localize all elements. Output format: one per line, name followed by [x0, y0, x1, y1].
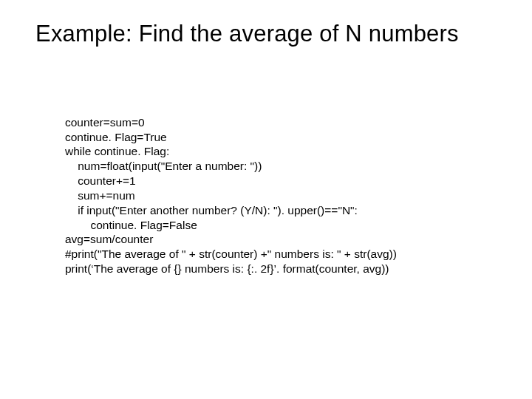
code-line: avg=sum/counter [65, 233, 153, 245]
code-line: #print("The average of " + str(counter) … [65, 248, 397, 260]
code-line: continue. Flag=True [65, 131, 167, 143]
code-line: counter+=1 [65, 174, 136, 187]
code-line: print(‘The average of {} numbers is: {:.… [65, 262, 389, 275]
code-line: counter=sum=0 [65, 116, 145, 129]
code-line: continue. Flag=False [65, 219, 197, 231]
code-line: while continue. Flag: [65, 145, 169, 157]
code-line: if input("Enter another number? (Y/N): "… [65, 204, 358, 216]
slide: Example: Find the average of N numbers c… [0, 0, 532, 399]
code-block: counter=sum=0 continue. Flag=True while … [65, 100, 397, 291]
slide-title: Example: Find the average of N numbers [35, 21, 502, 47]
code-line: num=float(input("Enter a number: ")) [65, 160, 262, 172]
code-line: sum+=num [65, 189, 135, 202]
